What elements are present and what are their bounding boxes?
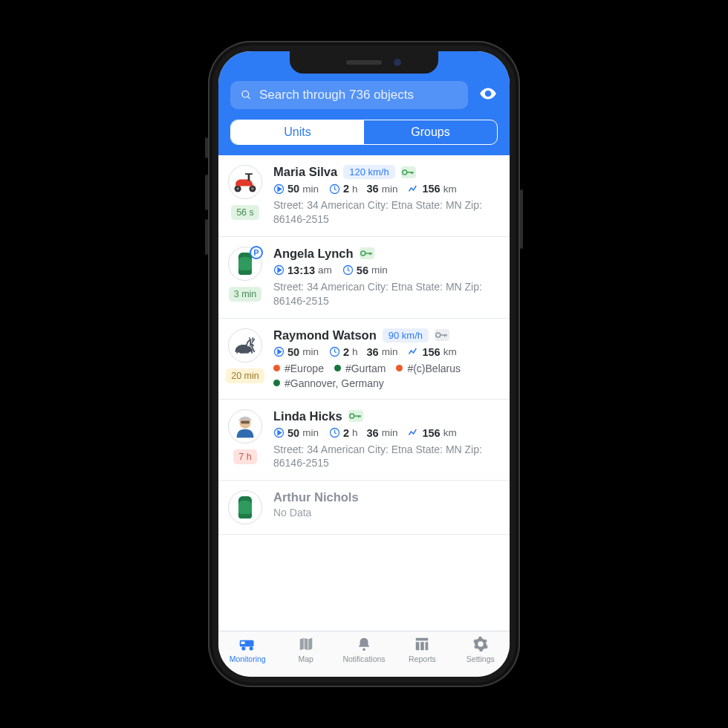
svg-point-30 bbox=[349, 414, 354, 418]
svg-point-21 bbox=[235, 345, 252, 354]
svg-point-22 bbox=[436, 333, 441, 337]
unit-name: Maria Silva bbox=[273, 165, 337, 179]
svg-rect-42 bbox=[416, 642, 420, 650]
key-icon bbox=[435, 329, 449, 341]
park-dur-stat: 56min bbox=[342, 264, 388, 276]
unit-name: Angela Lynch bbox=[273, 247, 354, 261]
unit-name: Arthur Nichols bbox=[273, 490, 359, 504]
avatar bbox=[228, 165, 262, 199]
svg-rect-18 bbox=[371, 253, 372, 255]
play-icon bbox=[273, 264, 285, 276]
trend-icon bbox=[408, 346, 419, 357]
tab-units[interactable]: Units bbox=[231, 120, 364, 144]
svg-rect-16 bbox=[365, 253, 371, 255]
unit-name: Linda Hicks bbox=[273, 409, 342, 423]
tags: #Europe #Gurtam #(c)Belarus #Gannover, G… bbox=[273, 363, 499, 389]
tag-dot-icon bbox=[396, 365, 403, 371]
svg-rect-44 bbox=[426, 642, 429, 650]
duration-stat: 2h 36min bbox=[329, 346, 398, 358]
clock-icon bbox=[342, 264, 354, 276]
tab-notifications[interactable]: Notifications bbox=[335, 636, 393, 663]
svg-point-38 bbox=[241, 646, 245, 650]
svg-rect-11 bbox=[411, 172, 412, 174]
no-data-label: No Data bbox=[273, 507, 499, 519]
address: Street: 34 American City: Etna State: MN… bbox=[273, 443, 499, 471]
tag-dot-icon bbox=[273, 380, 280, 386]
svg-rect-7 bbox=[248, 174, 250, 181]
avatar: P bbox=[228, 247, 262, 281]
search-placeholder: Search through 736 objects bbox=[259, 88, 414, 103]
trip-stat: 50min bbox=[273, 427, 319, 439]
list-item[interactable]: 56 s Maria Silva 120 km/h 50min bbox=[218, 155, 510, 237]
svg-rect-25 bbox=[446, 334, 447, 336]
search-input[interactable]: Search through 736 objects bbox=[230, 81, 468, 109]
svg-rect-8 bbox=[245, 173, 253, 175]
svg-rect-41 bbox=[416, 638, 429, 641]
tab-groups[interactable]: Groups bbox=[364, 120, 497, 144]
svg-rect-31 bbox=[354, 415, 360, 417]
list-item[interactable]: Arthur Nichols No Data bbox=[218, 481, 510, 535]
time-badge: 20 min bbox=[226, 368, 264, 383]
clock-icon bbox=[329, 427, 340, 438]
svg-point-6 bbox=[251, 187, 254, 190]
play-icon bbox=[273, 346, 285, 357]
svg-point-2 bbox=[487, 92, 490, 95]
time-badge: 3 min bbox=[229, 287, 262, 302]
duration-stat: 2h 36min bbox=[329, 427, 398, 439]
time-badge: 7 h bbox=[233, 449, 256, 464]
svg-rect-23 bbox=[440, 334, 446, 336]
trend-icon bbox=[408, 183, 419, 195]
address: Street: 34 American City: Etna State: MN… bbox=[273, 280, 499, 308]
key-icon bbox=[348, 410, 363, 422]
tab-reports[interactable]: Reports bbox=[393, 636, 451, 663]
svg-rect-33 bbox=[360, 415, 361, 417]
list-item[interactable]: P 3 min Angela Lynch 13:13am bbox=[218, 237, 510, 319]
units-list[interactable]: 56 s Maria Silva 120 km/h 50min bbox=[218, 155, 510, 631]
avatar bbox=[228, 328, 262, 363]
svg-point-40 bbox=[363, 649, 365, 651]
svg-rect-37 bbox=[241, 642, 245, 644]
svg-rect-17 bbox=[369, 253, 371, 256]
clock-icon bbox=[329, 346, 340, 357]
play-icon bbox=[273, 183, 285, 195]
tab-bar: Monitoring Map Notifications Reports Set… bbox=[218, 631, 510, 677]
svg-rect-32 bbox=[358, 415, 360, 417]
play-icon bbox=[273, 427, 285, 438]
park-time-stat: 13:13am bbox=[273, 264, 332, 276]
svg-point-15 bbox=[360, 251, 365, 256]
visibility-icon[interactable] bbox=[478, 84, 498, 106]
svg-rect-43 bbox=[421, 642, 425, 650]
svg-rect-24 bbox=[444, 334, 446, 337]
key-icon bbox=[401, 166, 416, 178]
address: Street: 34 American City: Etna State: MN… bbox=[273, 198, 499, 227]
list-item[interactable]: 20 min Raymond Watson 90 km/h 50min bbox=[218, 319, 510, 400]
svg-rect-29 bbox=[241, 420, 249, 423]
avatar bbox=[228, 409, 262, 443]
svg-rect-10 bbox=[406, 172, 413, 173]
svg-point-9 bbox=[402, 170, 406, 175]
tag-dot-icon bbox=[334, 365, 341, 371]
svg-rect-12 bbox=[412, 172, 414, 173]
svg-point-4 bbox=[236, 187, 239, 190]
time-badge: 56 s bbox=[231, 205, 259, 220]
svg-point-0 bbox=[242, 91, 249, 97]
duration-stat: 2h 36min bbox=[329, 183, 398, 195]
clock-icon bbox=[329, 183, 340, 195]
key-icon bbox=[360, 247, 374, 259]
tab-map[interactable]: Map bbox=[276, 636, 334, 663]
parking-badge-icon: P bbox=[250, 246, 263, 259]
speed-badge: 90 km/h bbox=[383, 328, 429, 342]
speed-badge: 120 km/h bbox=[343, 165, 394, 179]
avatar bbox=[228, 490, 262, 524]
segmented-control: Units Groups bbox=[230, 120, 498, 145]
tab-monitoring[interactable]: Monitoring bbox=[218, 636, 276, 663]
distance-stat: 156km bbox=[408, 183, 456, 195]
trip-stat: 50min bbox=[273, 183, 319, 195]
distance-stat: 156km bbox=[408, 346, 456, 358]
phone-frame: Search through 736 objects Units Groups … bbox=[208, 41, 520, 687]
unit-name: Raymond Watson bbox=[273, 328, 377, 342]
tag-dot-icon bbox=[273, 365, 280, 371]
tab-settings[interactable]: Settings bbox=[452, 636, 510, 663]
search-icon bbox=[241, 90, 252, 101]
list-item[interactable]: 7 h Linda Hicks 50min bbox=[218, 400, 510, 481]
